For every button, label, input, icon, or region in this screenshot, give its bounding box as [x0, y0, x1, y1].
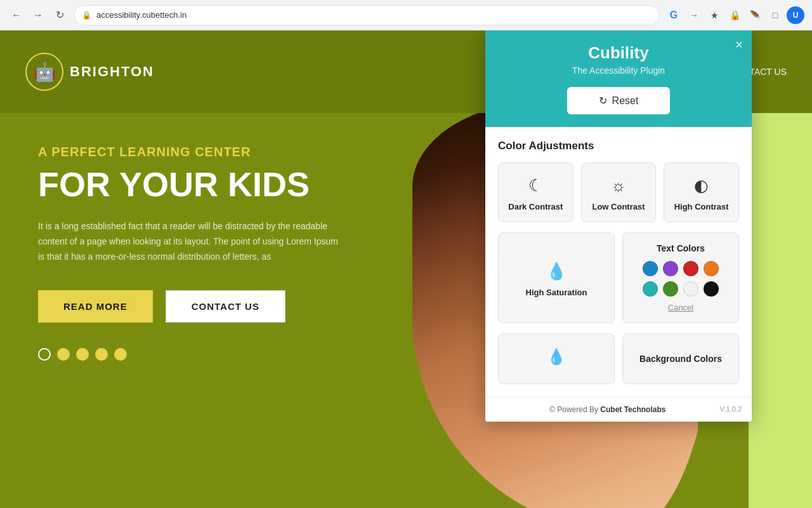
- green-decoration: [749, 113, 812, 508]
- panel-reset-area: ↻ Reset: [485, 87, 752, 127]
- swatch-orange[interactable]: [704, 261, 719, 276]
- reset-button[interactable]: ↻ Reset: [567, 87, 671, 114]
- swatch-teal[interactable]: [643, 281, 658, 297]
- hero-content: A PERFECT LEARNING CENTER FOR YOUR KIDS …: [0, 113, 381, 392]
- bg-colors-card: Background Colors: [622, 333, 739, 384]
- cubility-panel: × Cubility The Accessibility Plugin ↻ Re…: [485, 30, 752, 422]
- footer-brand: Cubet Technolabs: [600, 405, 665, 414]
- dot-2[interactable]: [57, 348, 70, 361]
- swatch-red[interactable]: [683, 261, 698, 276]
- footer-powered: © Powered By: [549, 405, 598, 414]
- sun-icon: ☼: [611, 176, 626, 196]
- google-icon[interactable]: G: [665, 6, 683, 24]
- panel-header: × Cubility The Accessibility Plugin: [485, 30, 752, 87]
- low-contrast-card[interactable]: ☼ Low Contrast: [581, 163, 657, 222]
- carousel-dots: [38, 348, 343, 361]
- hero-description: It is a long established fact that a rea…: [38, 219, 343, 264]
- website-container: 🤖 BRIGHTON HOME ABOUT US COURSES BLOG CO…: [0, 30, 812, 508]
- high-saturation-card[interactable]: 💧 High Saturation: [498, 232, 615, 323]
- bg-colors-row: 💧 Background Colors: [498, 333, 739, 384]
- text-colors-card: Text Colors Cancel: [622, 232, 739, 323]
- bookmark-icon[interactable]: ★: [705, 6, 723, 24]
- url-text: accessibility.cubettech.in: [96, 10, 187, 20]
- hero-title: FOR YOUR KIDS: [38, 166, 343, 203]
- read-more-button[interactable]: READ MORE: [38, 290, 153, 323]
- bg-colors-title: Background Colors: [639, 354, 722, 364]
- close-button[interactable]: ×: [735, 38, 743, 51]
- extension-icon1[interactable]: 🔒: [726, 6, 743, 24]
- browser-nav: ← → ↻: [8, 6, 69, 24]
- hero-subtitle: A PERFECT LEARNING CENTER: [38, 145, 343, 159]
- swatch-blue[interactable]: [643, 261, 658, 276]
- site-logo-text: BRIGHTON: [70, 64, 154, 80]
- low-contrast-label: Low Contrast: [592, 202, 645, 211]
- dot-1[interactable]: [38, 348, 51, 361]
- dark-contrast-card[interactable]: ☾ Dark Contrast: [498, 163, 573, 222]
- reset-icon: ↻: [599, 95, 607, 107]
- moon-icon: ☾: [528, 176, 543, 196]
- swatch-green[interactable]: [663, 281, 678, 297]
- dark-contrast-label: Dark Contrast: [508, 202, 563, 211]
- profile-avatar[interactable]: U: [787, 6, 804, 24]
- lock-icon: 🔒: [82, 11, 91, 20]
- extension-icon3[interactable]: □: [766, 6, 784, 24]
- site-logo: 🤖 BRIGHTON: [25, 53, 154, 91]
- drop-icon: 💧: [546, 262, 566, 281]
- high-contrast-label: High Contrast: [674, 202, 729, 211]
- version-text: V:1.0.2: [720, 405, 742, 413]
- panel-footer: V:1.0.2 © Powered By Cubet Technolabs: [485, 397, 752, 422]
- share-icon[interactable]: →: [685, 6, 703, 24]
- hero-buttons: READ MORE CONTACT US: [38, 290, 343, 323]
- saturation-textcolors-row: 💧 High Saturation Text Colors: [498, 232, 739, 323]
- browser-chrome: ← → ↻ 🔒 accessibility.cubettech.in G → ★…: [0, 0, 812, 30]
- reload-button[interactable]: ↻: [51, 6, 69, 24]
- swatch-purple[interactable]: [663, 261, 678, 276]
- color-adjustments-title: Color Adjustments: [498, 140, 739, 152]
- panel-body: Color Adjustments ☾ Dark Contrast ☼ Low …: [485, 127, 752, 397]
- back-button[interactable]: ←: [8, 6, 25, 24]
- extension-icon2[interactable]: 🪶: [746, 6, 764, 24]
- browser-actions: G → ★ 🔒 🪶 □ U: [665, 6, 804, 24]
- panel-subtitle: The Accessibility Plugin: [498, 65, 739, 76]
- cancel-link[interactable]: Cancel: [633, 303, 728, 312]
- color-swatches: [633, 261, 728, 297]
- high-contrast-card[interactable]: ◐ High Contrast: [664, 163, 739, 222]
- contrast-icon: ◐: [694, 176, 709, 196]
- bg-icon-card: 💧: [498, 333, 615, 384]
- forward-button[interactable]: →: [29, 6, 47, 24]
- contact-us-button[interactable]: CONTACT US: [166, 290, 285, 323]
- address-bar[interactable]: 🔒 accessibility.cubettech.in: [74, 5, 660, 25]
- high-saturation-label: High Saturation: [526, 288, 587, 297]
- swatch-white[interactable]: [683, 281, 698, 297]
- text-colors-title: Text Colors: [633, 243, 728, 253]
- logo-icon: 🤖: [25, 53, 63, 91]
- contrast-grid: ☾ Dark Contrast ☼ Low Contrast ◐ High Co…: [498, 163, 739, 222]
- panel-title: Cubility: [498, 43, 739, 63]
- dot-3[interactable]: [76, 348, 89, 361]
- swatch-black[interactable]: [704, 281, 719, 297]
- dot-4[interactable]: [95, 348, 108, 361]
- bg-drop-icon: 💧: [547, 348, 566, 366]
- dot-5[interactable]: [114, 348, 127, 361]
- reset-label: Reset: [612, 95, 639, 107]
